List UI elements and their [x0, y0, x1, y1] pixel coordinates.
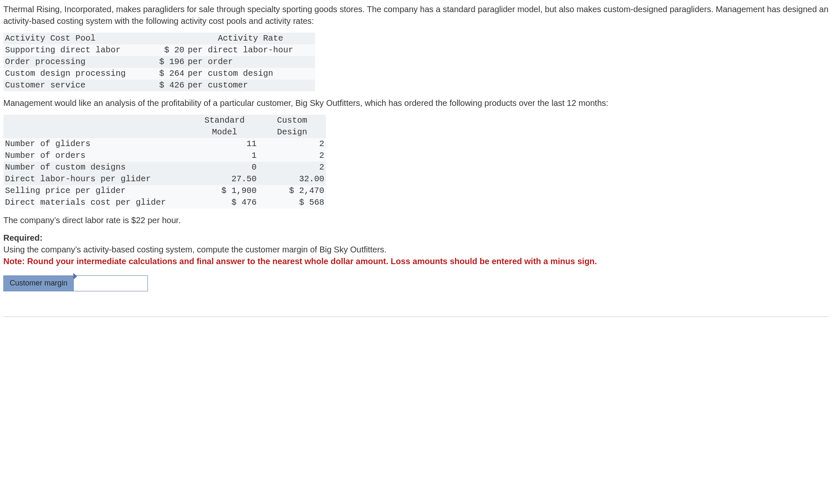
- table1-header-pool: Activity Cost Pool: [3, 33, 149, 44]
- table2-row-std: 1: [191, 150, 258, 162]
- table1-row-amount: $ 426: [149, 80, 186, 91]
- table1-row-unit: per custom design: [186, 68, 315, 80]
- footer-divider: [3, 316, 829, 317]
- table1-row-unit: per direct labor-hour: [186, 44, 315, 56]
- chevron-right-icon: [73, 273, 77, 280]
- table1-row-amount: $ 264: [149, 68, 186, 80]
- table2-row-std: 27.50: [191, 173, 258, 185]
- answer-label-text: Customer margin: [10, 278, 67, 288]
- table2-row-cust: $ 568: [258, 197, 326, 208]
- table1-row-pool: Order processing: [3, 56, 149, 68]
- table2-row-std: 0: [191, 162, 258, 173]
- problem-mid: Management would like an analysis of the…: [3, 97, 829, 109]
- table2-row-std: $ 1,900: [191, 185, 258, 197]
- required-text: Using the company’s activity-based costi…: [3, 245, 386, 254]
- table2-header-cust-l1: Custom: [258, 115, 326, 126]
- table2-row-std: 11: [191, 138, 258, 150]
- problem-intro: Thermal Rising, Incorporated, makes para…: [3, 3, 829, 27]
- table1-row-amount: $ 196: [149, 56, 186, 68]
- table2-row-label: Number of custom designs: [3, 162, 191, 173]
- answer-label: Customer margin: [4, 276, 74, 291]
- table2-row-label: Selling price per glider: [3, 185, 191, 197]
- table2-row-cust: 2: [258, 138, 326, 150]
- table2-header-std-l2: Model: [191, 126, 258, 138]
- table2-row-std: $ 476: [191, 197, 258, 208]
- table2-header-cust-l2: Design: [258, 126, 326, 138]
- labor-rate-line: The company’s direct labor rate is $22 p…: [3, 214, 829, 226]
- table2-row-label: Number of orders: [3, 150, 191, 162]
- customer-margin-input[interactable]: [74, 276, 147, 291]
- table1-row-amount: $ 20: [149, 44, 186, 56]
- table2-row-cust: 2: [258, 150, 326, 162]
- table2-row-cust: 32.00: [258, 173, 326, 185]
- table2-row-label: Direct materials cost per glider: [3, 197, 191, 208]
- customer-order-table: Standard Custom Model Design Number of g…: [3, 115, 326, 208]
- table2-row-cust: 2: [258, 162, 326, 173]
- table2-row-label: Direct labor-hours per glider: [3, 173, 191, 185]
- table1-header-rate: Activity Rate: [186, 33, 315, 44]
- table1-row-unit: per customer: [186, 80, 315, 91]
- table2-header-std-l1: Standard: [191, 115, 258, 126]
- table1-header-rate-blank: [149, 33, 186, 44]
- table2-row-cust: $ 2,470: [258, 185, 326, 197]
- table1-row-pool: Customer service: [3, 80, 149, 91]
- table1-row-pool: Supporting direct labor: [3, 44, 149, 56]
- table2-row-label: Number of gliders: [3, 138, 191, 150]
- answer-cell: Customer margin: [3, 275, 148, 291]
- activity-rate-table: Activity Cost Pool Activity Rate Support…: [3, 33, 315, 91]
- required-note: Note: Round your intermediate calculatio…: [3, 257, 597, 266]
- required-heading: Required:: [3, 233, 42, 242]
- table1-row-pool: Custom design processing: [3, 68, 149, 80]
- table1-row-unit: per order: [186, 56, 315, 68]
